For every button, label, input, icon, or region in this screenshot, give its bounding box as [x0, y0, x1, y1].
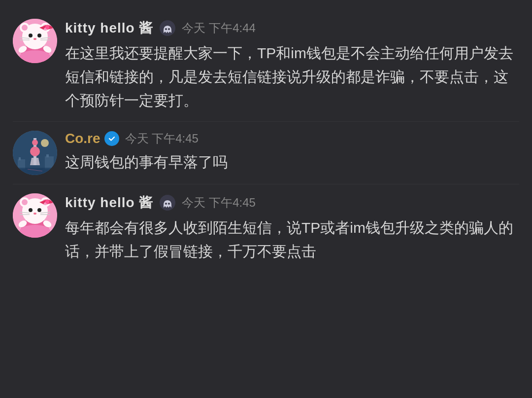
avatar — [13, 131, 57, 175]
timestamp: 今天 下午4:44 — [182, 20, 255, 36]
svg-point-44 — [33, 213, 36, 215]
svg-point-9 — [37, 34, 41, 37]
message-text: 在这里我还要提醒大家一下，TP和im钱包是不会主动给任何用户发去短信和链接的，凡… — [65, 41, 519, 112]
message-row: kitty hello 酱 今天 下午4:45 每年都会有很多人收到陌生短信，说… — [8, 184, 524, 272]
svg-point-23 — [41, 139, 49, 147]
username: Co.re — [65, 131, 100, 146]
svg-point-54 — [168, 203, 170, 205]
message-content: Co.re 今天 下午4:45 这周钱包的事有早落了吗 — [65, 131, 519, 174]
svg-point-8 — [29, 34, 33, 37]
svg-point-19 — [165, 28, 167, 30]
message-header: kitty hello 酱 今天 下午4:44 — [65, 19, 519, 37]
svg-point-10 — [33, 38, 36, 40]
message-row: kitty hello 酱 今天 下午4:44 在这里我还要提醒大家一下，TP和… — [8, 10, 524, 121]
message-row: Co.re 今天 下午4:45 这周钱包的事有早落了吗 — [8, 122, 524, 184]
svg-rect-29 — [45, 156, 54, 169]
ghost-icon — [159, 20, 176, 36]
timestamp: 今天 下午4:45 — [182, 195, 255, 211]
svg-point-20 — [168, 28, 170, 30]
message-content: kitty hello 酱 今天 下午4:45 每年都会有很多人收到陌生短信，说… — [65, 193, 519, 263]
timestamp: 今天 下午4:45 — [125, 131, 199, 146]
svg-point-25 — [30, 146, 40, 156]
svg-point-40 — [22, 199, 28, 205]
svg-point-33 — [107, 134, 116, 143]
svg-rect-28 — [19, 157, 21, 160]
svg-point-6 — [22, 25, 28, 31]
svg-point-26 — [32, 140, 38, 145]
svg-point-49 — [45, 200, 49, 204]
svg-rect-31 — [13, 168, 57, 175]
verified-badge — [104, 131, 119, 146]
svg-rect-30 — [46, 154, 49, 157]
avatar — [13, 19, 57, 63]
chat-container: kitty hello 酱 今天 下午4:44 在这里我还要提醒大家一下，TP和… — [0, 0, 532, 282]
message-text: 每年都会有很多人收到陌生短信，说TP或者im钱包升级之类的骗人的话，并带上了假冒… — [65, 216, 519, 263]
svg-point-43 — [37, 208, 41, 212]
ghost-icon — [159, 194, 176, 211]
avatar — [13, 193, 57, 238]
message-header: kitty hello 酱 今天 下午4:45 — [65, 193, 519, 212]
username: kitty hello 酱 — [65, 19, 153, 37]
svg-point-42 — [29, 208, 33, 212]
svg-point-53 — [165, 203, 167, 205]
svg-point-15 — [45, 25, 49, 29]
message-text: 这周钱包的事有早落了吗 — [65, 150, 519, 174]
message-header: Co.re 今天 下午4:45 — [65, 131, 519, 146]
message-content: kitty hello 酱 今天 下午4:44 在这里我还要提醒大家一下，TP和… — [65, 19, 519, 112]
username: kitty hello 酱 — [65, 193, 153, 212]
